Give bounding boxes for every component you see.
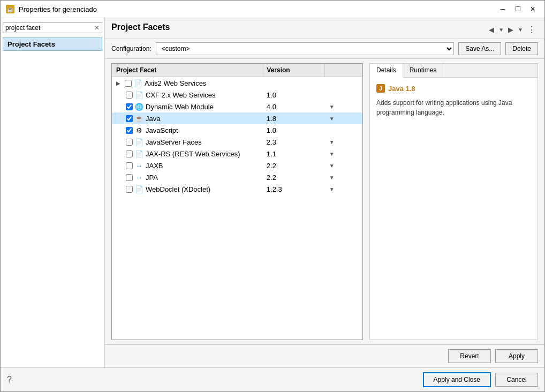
dropdown-fwd-button[interactable]: ▼	[517, 26, 524, 34]
facet-type-icon: 📄	[134, 79, 142, 87]
table-row: 📄CXF 2.x Web Services1.0	[112, 89, 362, 101]
back-button[interactable]: ◀	[487, 25, 496, 35]
revert-apply-buttons: Revert Apply	[448, 349, 538, 363]
facet-checkbox[interactable]	[126, 103, 133, 110]
facet-name: JavaScript	[146, 126, 178, 134]
table-row: 📄JavaServer Faces2.3▼	[112, 136, 362, 148]
version-dropdown-arrow[interactable]: ▼	[329, 151, 335, 157]
version-cell: 4.0	[267, 103, 321, 111]
version-cell: 1.8	[267, 115, 321, 123]
facet-name: JPA	[146, 174, 158, 182]
config-row: Configuration: <custom> Save As... Delet…	[105, 39, 544, 59]
details-title: J Java 1.8	[376, 84, 531, 93]
apply-button[interactable]: Apply	[495, 349, 538, 363]
version-dropdown-arrow[interactable]: ▼	[329, 175, 335, 180]
version-dropdown-arrow[interactable]: ▼	[329, 163, 335, 169]
forward-button[interactable]: ▶	[506, 25, 516, 35]
restore-button[interactable]: ☐	[511, 4, 524, 14]
content-area: Project Facets ◀ ▼ ▶ ▼ ⋮ Configuration: …	[105, 18, 544, 367]
facet-type-icon: 📄	[135, 91, 143, 99]
delete-button[interactable]: Delete	[505, 42, 538, 55]
app-icon: ☕	[6, 5, 14, 13]
search-input[interactable]	[5, 24, 94, 32]
config-select[interactable]: <custom>	[156, 42, 455, 55]
facet-type-icon: 🌐	[135, 102, 143, 111]
version-cell: 1.0	[267, 91, 321, 99]
version-dropdown-arrow[interactable]: ▼	[329, 104, 335, 110]
final-row: ? Apply and Close Cancel	[1, 367, 544, 391]
apply-close-button[interactable]: Apply and Close	[423, 372, 491, 387]
window-title: Properties for gerenciado	[19, 5, 492, 13]
facet-checkbox[interactable]	[126, 186, 133, 193]
facet-type-icon: ☕	[135, 114, 143, 123]
facet-checkbox[interactable]	[126, 150, 133, 157]
cancel-button[interactable]: Cancel	[495, 373, 538, 387]
version-cell: 1.2.3	[267, 185, 321, 193]
table-row: ↔JPA2.2▼	[112, 171, 362, 183]
facet-name: JavaServer Faces	[146, 138, 202, 146]
details-title-text: Java 1.8	[388, 85, 415, 93]
table-row: ↔JAXB2.2▼	[112, 160, 362, 171]
expand-arrow-icon[interactable]: ▶	[116, 80, 120, 86]
facets-panel: Project Facet Version ▶📄Axis2 Web Servic…	[105, 59, 544, 344]
table-header-row: Project Facet Version	[112, 64, 362, 77]
version-dropdown-arrow[interactable]: ▼	[329, 186, 335, 192]
tab-runtimes[interactable]: Runtimes	[403, 64, 444, 77]
dialog-window: ☕ Properties for gerenciado ─ ☐ ✕ ✕ Proj…	[0, 0, 545, 392]
table-row: 📄WebDoclet (XDoclet)1.2.3▼	[112, 183, 362, 195]
version-cell: 2.2	[267, 162, 321, 170]
facets-table-container: Project Facet Version ▶📄Axis2 Web Servic…	[111, 63, 363, 340]
table-row: 📄JAX-RS (REST Web Services)1.1▼	[112, 148, 362, 160]
clear-search-button[interactable]: ✕	[94, 24, 100, 32]
col-header-empty	[325, 64, 362, 77]
facet-name: Dynamic Web Module	[146, 103, 214, 111]
menu-button[interactable]: ⋮	[525, 24, 538, 36]
facet-type-icon: ↔	[135, 161, 143, 170]
window-controls: ─ ☐ ✕	[496, 4, 539, 14]
minimize-button[interactable]: ─	[496, 4, 509, 14]
facet-checkbox[interactable]	[126, 174, 133, 181]
facet-name: JAX-RS (REST Web Services)	[146, 150, 240, 158]
facets-table: Project Facet Version ▶📄Axis2 Web Servic…	[112, 64, 362, 195]
sidebar-item-project-facets[interactable]: Project Facets	[3, 37, 102, 51]
facet-checkbox[interactable]	[126, 92, 133, 99]
details-panel: Details Runtimes J Java 1.8 Adds support…	[369, 63, 538, 340]
facet-checkbox[interactable]	[126, 115, 133, 122]
facet-checkbox[interactable]	[126, 139, 133, 146]
table-row: 🌐Dynamic Web Module4.0▼	[112, 101, 362, 112]
search-box[interactable]: ✕	[3, 22, 102, 33]
version-cell: 1.0	[267, 126, 321, 134]
version-dropdown-arrow[interactable]: ▼	[329, 116, 335, 122]
version-dropdown-arrow[interactable]: ▼	[329, 139, 335, 145]
details-content: J Java 1.8 Adds support for writing appl…	[370, 78, 538, 340]
sidebar-item-label: Project Facets	[7, 40, 55, 48]
close-button[interactable]: ✕	[526, 4, 539, 14]
page-title: Project Facets	[111, 22, 170, 32]
tab-details[interactable]: Details	[370, 64, 403, 78]
col-header-facet: Project Facet	[112, 64, 262, 77]
java-icon: J	[376, 84, 385, 93]
facet-name: Axis2 Web Services	[145, 79, 206, 87]
save-as-button[interactable]: Save As...	[458, 42, 501, 55]
dropdown-nav-button[interactable]: ▼	[497, 26, 505, 34]
facet-type-icon: ↔	[135, 173, 143, 182]
facet-type-icon: 📄	[135, 138, 143, 146]
table-row: ⚙JavaScript1.0	[112, 124, 362, 136]
table-row: ▶📄Axis2 Web Services	[112, 77, 362, 89]
facet-name: JAXB	[146, 162, 163, 170]
facets-table-body: ▶📄Axis2 Web Services📄CXF 2.x Web Service…	[112, 77, 362, 195]
details-description: Adds support for writing applications us…	[376, 98, 531, 117]
facet-name: Java	[146, 115, 160, 123]
help-button[interactable]: ?	[7, 375, 12, 385]
facet-checkbox[interactable]	[125, 80, 132, 87]
facet-type-icon: 📄	[135, 149, 143, 158]
version-cell: 1.1	[267, 150, 321, 158]
facet-checkbox[interactable]	[126, 127, 133, 134]
version-cell: 2.3	[267, 138, 321, 146]
config-label: Configuration:	[111, 45, 152, 52]
facet-name: WebDoclet (XDoclet)	[146, 185, 210, 193]
sidebar: ✕ Project Facets	[1, 18, 105, 367]
revert-button[interactable]: Revert	[448, 349, 491, 363]
facet-checkbox[interactable]	[126, 162, 133, 169]
facet-type-icon: ⚙	[135, 126, 143, 134]
